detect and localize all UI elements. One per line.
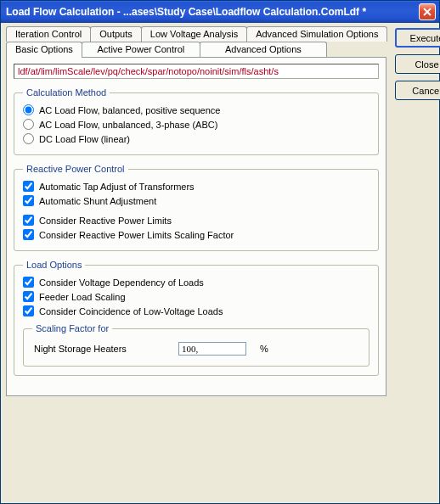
cancel-button[interactable]: Cancel xyxy=(395,81,440,100)
legend-calculation-method: Calculation Method xyxy=(23,87,110,98)
tab-iteration-control[interactable]: Iteration Control xyxy=(6,26,91,42)
tab-low-voltage-analysis[interactable]: Low Voltage Analysis xyxy=(141,26,247,42)
radio-ac-unbalanced-input[interactable] xyxy=(23,119,34,130)
radio-ac-unbalanced[interactable]: AC Load Flow, unbalanced, 3-phase (ABC) xyxy=(23,117,369,132)
radio-ac-balanced-input[interactable] xyxy=(23,104,34,115)
legend-reactive-power-control: Reactive Power Control xyxy=(23,164,128,174)
tab-advanced-simulation-options[interactable]: Advanced Simulation Options xyxy=(246,26,387,42)
chk-coincidence-lv-loads-input[interactable] xyxy=(23,305,34,316)
button-column: Execute Close Cancel xyxy=(386,26,440,396)
radio-ac-unbalanced-label: AC Load Flow, unbalanced, 3-phase (ABC) xyxy=(39,120,217,130)
chk-coincidence-lv-loads[interactable]: Consider Coincidence of Low-Voltage Load… xyxy=(23,304,369,318)
unit-percent: % xyxy=(260,344,268,354)
tab-control: Iteration Control Outputs Low Voltage An… xyxy=(6,26,386,396)
chk-auto-tap-adjust[interactable]: Automatic Tap Adjust of Transformers xyxy=(23,179,369,193)
chk-auto-shunt-adjust[interactable]: Automatic Shunt Adjustment xyxy=(23,193,369,208)
chk-consider-rpl-scaling[interactable]: Consider Reactive Power Limits Scaling F… xyxy=(23,227,369,242)
chk-consider-rpl-label: Consider Reactive Power Limits xyxy=(39,216,172,226)
close-button[interactable]: Close xyxy=(395,54,440,74)
chk-auto-tap-adjust-input[interactable] xyxy=(23,181,34,192)
chk-auto-tap-adjust-label: Automatic Tap Adjust of Transformers xyxy=(39,182,195,192)
chk-auto-shunt-adjust-label: Automatic Shunt Adjustment xyxy=(39,196,156,206)
chk-feeder-load-scaling[interactable]: Feeder Load Scaling xyxy=(23,289,369,304)
tab-page-basic-options: ldf/at/lim/limScale/lev/pq/check/spar/no… xyxy=(6,57,386,396)
label-night-storage-heaters: Night Storage Heaters xyxy=(34,344,178,354)
tab-basic-options[interactable]: Basic Options xyxy=(6,42,82,58)
chk-consider-rpl[interactable]: Consider Reactive Power Limits xyxy=(23,213,369,227)
dialog-window: Load Flow Calculation - ...ases\Study Ca… xyxy=(0,0,440,504)
client-area: Iteration Control Outputs Low Voltage An… xyxy=(1,23,439,503)
chk-voltage-dependency-label: Consider Voltage Dependency of Loads xyxy=(39,277,204,288)
group-scaling-factor: Scaling Factor for Night Storage Heaters… xyxy=(23,323,369,367)
tab-outputs[interactable]: Outputs xyxy=(90,26,142,42)
radio-dc-linear-input[interactable] xyxy=(23,133,34,144)
radio-dc-linear-label: DC Load Flow (linear) xyxy=(39,134,130,144)
chk-voltage-dependency[interactable]: Consider Voltage Dependency of Loads xyxy=(23,275,369,289)
radio-dc-linear[interactable]: DC Load Flow (linear) xyxy=(23,132,369,146)
title-bar: Load Flow Calculation - ...ases\Study Ca… xyxy=(1,1,439,23)
chk-feeder-load-scaling-input[interactable] xyxy=(23,291,34,302)
chk-consider-rpl-scaling-label: Consider Reactive Power Limits Scaling F… xyxy=(39,230,234,240)
execute-button[interactable]: Execute xyxy=(395,28,440,48)
chk-coincidence-lv-loads-label: Consider Coincidence of Low-Voltage Load… xyxy=(39,306,223,316)
path-display: ldf/at/lim/limScale/lev/pq/check/spar/no… xyxy=(14,64,379,79)
radio-ac-balanced-label: AC Load Flow, balanced, positive sequenc… xyxy=(39,105,220,115)
tab-active-power-control[interactable]: Active Power Control xyxy=(82,42,200,57)
legend-scaling-factor: Scaling Factor for xyxy=(32,323,112,333)
group-calculation-method: Calculation Method AC Load Flow, balance… xyxy=(14,87,379,155)
close-icon[interactable] xyxy=(419,3,436,20)
chk-voltage-dependency-input[interactable] xyxy=(23,277,34,288)
chk-consider-rpl-scaling-input[interactable] xyxy=(23,229,34,240)
radio-ac-balanced[interactable]: AC Load Flow, balanced, positive sequenc… xyxy=(23,103,369,117)
legend-load-options: Load Options xyxy=(23,260,85,270)
group-reactive-power-control: Reactive Power Control Automatic Tap Adj… xyxy=(14,164,379,251)
input-night-storage-heaters[interactable] xyxy=(178,342,246,356)
chk-consider-rpl-input[interactable] xyxy=(23,215,34,226)
chk-feeder-load-scaling-label: Feeder Load Scaling xyxy=(39,292,126,302)
tab-advanced-options[interactable]: Advanced Options xyxy=(200,42,327,57)
window-title: Load Flow Calculation - ...ases\Study Ca… xyxy=(6,6,419,18)
chk-auto-shunt-adjust-input[interactable] xyxy=(23,195,34,206)
group-load-options: Load Options Consider Voltage Dependency… xyxy=(14,260,379,376)
